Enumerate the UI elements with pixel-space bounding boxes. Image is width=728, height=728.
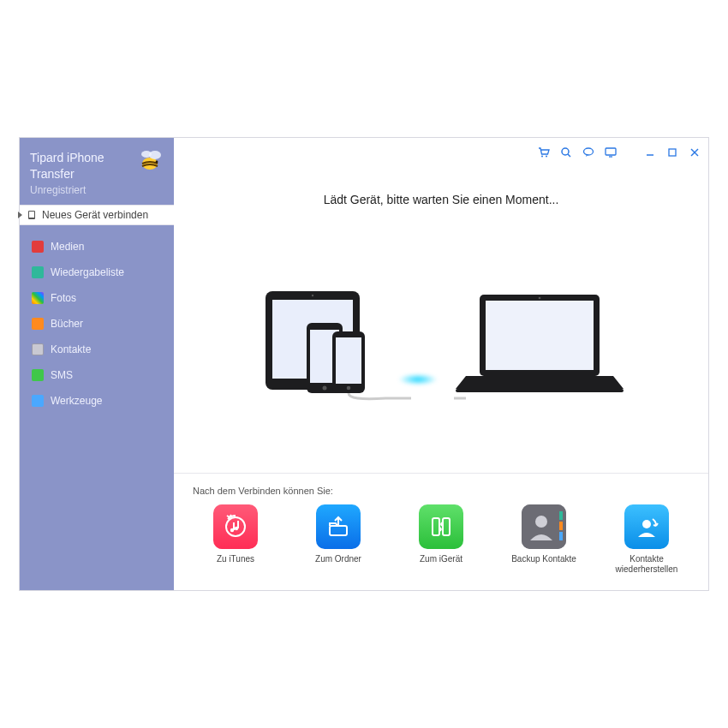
svg-point-6: [541, 156, 543, 158]
sidebar-item-buecher[interactable]: Bücher: [20, 311, 174, 337]
sidebar-item-sms[interactable]: SMS: [20, 362, 174, 388]
message-icon[interactable]: [582, 146, 595, 159]
action-label: Zum iGerät: [420, 554, 462, 564]
sidebar-header: Tipard iPhone Transfer Unregistriert: [20, 138, 174, 205]
action-row: Zu iTunes Zum Ordner Zum iGerät: [193, 504, 689, 575]
nav-label: Fotos: [51, 292, 76, 304]
nav-label: Bücher: [51, 318, 83, 330]
contacts-icon: [32, 343, 44, 355]
idevices-icon: [257, 284, 411, 404]
titlebar: [174, 138, 708, 167]
app-title-line1: Tipard iPhone: [30, 151, 104, 164]
photos-icon: [32, 292, 44, 304]
action-label: Kontakte wiederherstellen: [604, 554, 689, 575]
device-small-icon: [27, 210, 37, 220]
svg-rect-39: [559, 511, 563, 520]
action-to-idevice[interactable]: Zum iGerät: [398, 504, 484, 575]
sms-icon: [32, 369, 44, 381]
action-to-folder[interactable]: Zum Ordner: [295, 504, 381, 575]
to-idevice-icon: [419, 504, 463, 549]
sidebar-item-kontakte[interactable]: Kontakte: [20, 337, 174, 362]
action-label: Zum Ordner: [315, 554, 361, 564]
svg-point-29: [539, 296, 541, 299]
svg-line-9: [568, 154, 570, 157]
main-content: Lädt Gerät, bitte warten Sie einen Momen…: [174, 138, 708, 590]
app-status: Unregistriert: [30, 184, 164, 196]
media-icon: [32, 241, 44, 253]
to-folder-icon: [316, 504, 361, 549]
nav-label: SMS: [51, 369, 73, 381]
svg-rect-34: [330, 526, 347, 535]
backup-contacts-icon: [522, 504, 566, 549]
playlist-icon: [32, 266, 44, 278]
svg-point-33: [235, 527, 238, 530]
svg-rect-41: [559, 532, 563, 540]
connection-glow-icon: [398, 373, 438, 385]
action-to-itunes[interactable]: Zu iTunes: [193, 504, 278, 575]
svg-point-32: [230, 528, 234, 532]
svg-point-8: [562, 148, 569, 155]
bottom-title: Nach dem Verbinden können Sie:: [193, 486, 689, 496]
svg-point-26: [347, 385, 351, 390]
action-label: Backup Kontakte: [511, 554, 576, 564]
app-window: Tipard iPhone Transfer Unregistriert Neu…: [19, 137, 709, 591]
action-backup-contacts[interactable]: Backup Kontakte: [501, 504, 587, 575]
svg-rect-25: [336, 337, 361, 384]
minimize-icon[interactable]: [643, 146, 657, 159]
sidebar-item-medien[interactable]: Medien: [20, 234, 174, 260]
svg-point-42: [642, 520, 651, 528]
sidebar-item-wiedergabeliste[interactable]: Wiedergabeliste: [20, 260, 174, 285]
connect-device-label: Neues Gerät verbinden: [42, 209, 148, 221]
svg-point-23: [323, 385, 327, 390]
close-icon[interactable]: [688, 146, 701, 159]
tools-icon: [32, 395, 44, 407]
connect-device-button[interactable]: Neues Gerät verbinden: [20, 205, 174, 225]
action-label: Zu iTunes: [217, 554, 254, 564]
svg-point-31: [226, 517, 245, 536]
svg-rect-28: [486, 301, 594, 370]
bottom-actions: Nach dem Verbinden können Sie: Zu iTunes…: [174, 473, 708, 590]
sidebar-item-werkzeuge[interactable]: Werkzeuge: [20, 388, 174, 414]
restore-contacts-icon: [624, 504, 669, 549]
monitor-icon[interactable]: [604, 146, 618, 159]
svg-rect-35: [433, 518, 439, 535]
nav-label: Wiedergabeliste: [51, 266, 124, 278]
cart-icon[interactable]: [537, 146, 551, 159]
books-icon: [32, 318, 44, 330]
laptop-icon: [454, 284, 625, 404]
svg-rect-40: [559, 522, 563, 530]
svg-rect-14: [669, 149, 676, 156]
svg-rect-36: [443, 518, 450, 535]
maximize-icon[interactable]: [665, 146, 679, 159]
nav-label: Kontakte: [51, 343, 91, 355]
svg-rect-5: [29, 212, 34, 218]
nav: Medien Wiedergabeliste Fotos Bücher Kont…: [20, 225, 174, 422]
bee-logo-icon: [134, 143, 169, 177]
device-illustration: [174, 206, 708, 473]
svg-point-2: [141, 151, 152, 158]
svg-rect-30: [456, 389, 624, 392]
action-restore-contacts[interactable]: Kontakte wiederherstellen: [604, 504, 689, 575]
svg-point-3: [156, 161, 158, 164]
svg-point-10: [584, 148, 594, 155]
expand-right-icon: [18, 212, 22, 218]
loading-text: Lädt Gerät, bitte warten Sie einen Momen…: [174, 193, 708, 206]
app-title-line2: Transfer: [30, 167, 75, 181]
search-icon[interactable]: [559, 146, 573, 159]
svg-rect-11: [606, 148, 616, 155]
svg-point-7: [546, 156, 547, 158]
svg-point-20: [312, 294, 313, 295]
nav-label: Werkzeuge: [51, 395, 102, 407]
to-itunes-icon: [213, 504, 258, 549]
sidebar-item-fotos[interactable]: Fotos: [20, 285, 174, 311]
sidebar: Tipard iPhone Transfer Unregistriert Neu…: [20, 138, 174, 590]
nav-label: Medien: [51, 241, 84, 253]
svg-point-38: [535, 516, 547, 528]
